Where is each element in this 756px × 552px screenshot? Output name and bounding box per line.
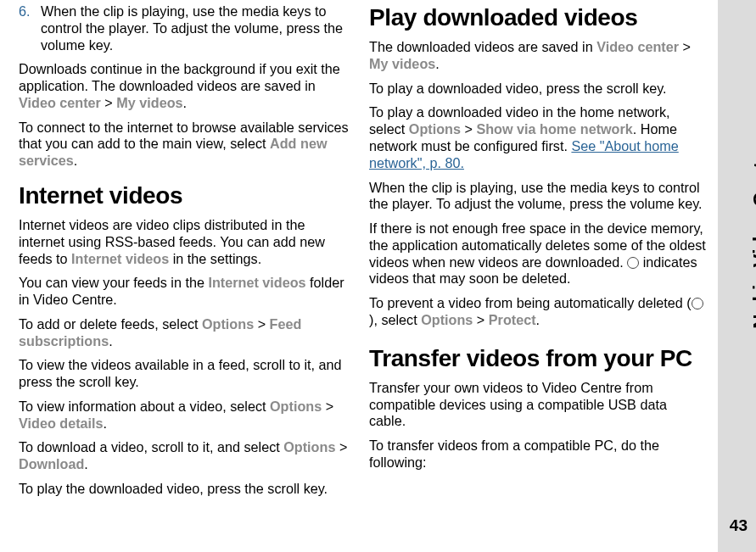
left-column: 6. When the clip is playing, use the med… (19, 3, 354, 549)
paragraph: If there is not enough free space in the… (369, 220, 707, 287)
paragraph: To prevent a video from being automatica… (369, 295, 707, 329)
step-number: 6. (19, 3, 41, 53)
paragraph: To play a downloaded video in the home n… (369, 104, 707, 171)
paragraph: To connect to the internet to browse ava… (19, 120, 354, 170)
text: . (183, 95, 188, 110)
ui-label-video-center: Video center (596, 39, 679, 54)
nav-separator: > (322, 399, 333, 414)
paragraph: Downloads continue in the background if … (19, 61, 354, 111)
ui-label-internet-videos: Internet videos (208, 275, 305, 290)
heading-internet-videos: Internet videos (19, 181, 354, 210)
ui-label-options: Options (202, 316, 254, 332)
ui-label-my-videos: My videos (116, 95, 182, 110)
paragraph: To play the downloaded video, press the … (19, 481, 354, 498)
text: in the settings. (169, 251, 261, 266)
paragraph: When the clip is playing, use the media … (369, 180, 707, 214)
text: To view information about a video, selec… (19, 399, 270, 414)
paragraph: To download a video, scroll to it, and s… (19, 439, 354, 473)
ui-label-video-details: Video details (19, 415, 104, 431)
ui-label-download: Download (19, 456, 84, 471)
ui-label-my-videos: My videos (369, 56, 435, 71)
text: . (109, 333, 113, 348)
text: Downloads continue in the background if … (19, 61, 340, 93)
text: . (74, 153, 78, 168)
text: To prevent a video from being automatica… (369, 295, 692, 310)
text: . (104, 415, 108, 431)
ui-label-show-via-home-network: Show via home network (476, 121, 632, 137)
text: The downloaded videos are saved in (369, 39, 596, 54)
nav-separator: > (101, 95, 116, 110)
paragraph: To view the videos available in a feed, … (19, 357, 354, 391)
ui-label-options: Options (270, 399, 322, 414)
ui-label-protect: Protect (489, 312, 536, 327)
section-side-label: Nokia Video Centre (749, 142, 756, 329)
nav-separator: > (679, 39, 691, 54)
page-number: 43 (730, 516, 748, 535)
delete-indicator-icon (692, 298, 703, 309)
nav-separator: > (461, 121, 476, 137)
ui-label-options: Options (409, 121, 461, 137)
paragraph: To view information about a video, selec… (19, 399, 354, 432)
ui-label-internet-videos: Internet videos (71, 251, 169, 266)
text: . (84, 456, 88, 471)
paragraph: To add or delete feeds, select Options >… (19, 316, 354, 350)
heading-play-downloaded: Play downloaded videos (369, 3, 707, 32)
text: To add or delete feeds, select (19, 316, 202, 332)
ui-label-video-center: Video center (19, 95, 101, 110)
right-column: Play downloaded videos The downloaded vi… (369, 3, 707, 549)
page-content: 6. When the clip is playing, use the med… (0, 0, 756, 552)
delete-indicator-icon (627, 257, 639, 269)
ui-label-options: Options (421, 312, 473, 327)
paragraph: The downloaded videos are saved in Video… (369, 39, 707, 73)
paragraph: To play a downloaded video, press the sc… (369, 81, 707, 98)
step-text: When the clip is playing, use the media … (41, 3, 354, 53)
ui-label-options: Options (283, 439, 335, 454)
nav-separator: > (335, 439, 347, 454)
step-6: 6. When the clip is playing, use the med… (19, 3, 354, 53)
text: You can view your feeds in the (19, 275, 208, 290)
text: . (435, 56, 440, 71)
paragraph: To transfer videos from a compatible PC,… (369, 438, 707, 471)
paragraph: Transfer your own videos to Video Centre… (369, 380, 707, 430)
paragraph: You can view your feeds in the Internet … (19, 275, 354, 309)
text: To download a video, scroll to it, and s… (19, 439, 283, 454)
heading-transfer-videos: Transfer videos from your PC (369, 344, 707, 373)
text: ), select (369, 312, 421, 327)
text: . (536, 312, 540, 327)
nav-separator: > (254, 316, 269, 332)
paragraph: Internet videos are video clips distribu… (19, 217, 354, 267)
nav-separator: > (473, 312, 488, 327)
